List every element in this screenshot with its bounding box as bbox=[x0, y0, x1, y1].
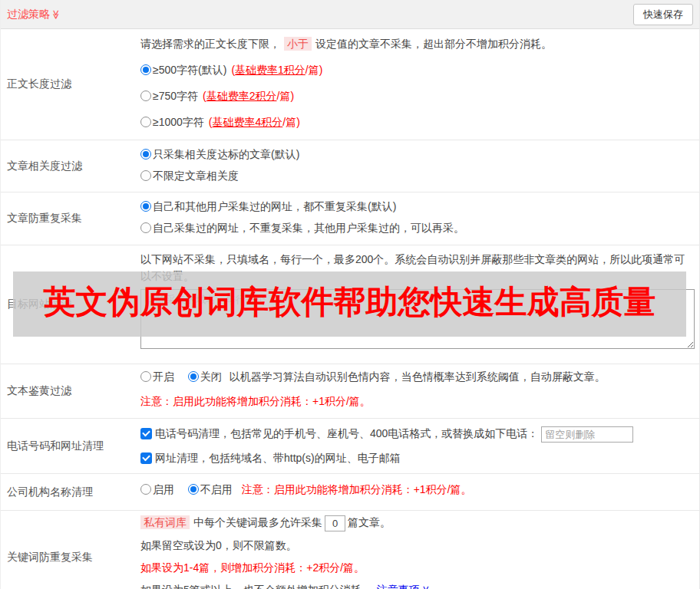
row-porn-filter: 文本鉴黄过滤 开启 关闭 以机器学习算法自动识别色情内容，当色情概率达到系统阈值… bbox=[1, 364, 699, 419]
keyword-dedup-note-five: 如果设为5篇或以上，也不会额外增加积分消耗。 bbox=[140, 584, 372, 589]
row-dedup-collection: 文章防重复采集 自己和其他用户采集过的网址，都不重复采集(默认) 自己采集过的网… bbox=[1, 192, 699, 245]
row-company-clean: 公司机构名称清理 启用 不启用 注意：启用此功能将增加积分消耗：+1积分/篇。 bbox=[1, 474, 699, 511]
radio-option-1000-chars[interactable]: ≥1000字符(基础费率4积分/篇) bbox=[140, 114, 693, 130]
radio-option-company-clean-off[interactable]: 不启用 bbox=[188, 483, 233, 495]
radio-checked-icon bbox=[140, 201, 151, 212]
filter-strategy-page: 过滤策略≫ 快速保存 正文长度过滤 请选择需求的正文长度下限，小于设定值的文章不… bbox=[0, 0, 700, 589]
ad-banner-overlay[interactable]: 英文伪原创词库软件帮助您快速生成高质量 bbox=[13, 271, 686, 337]
row-target-site-filter: 目标网站过滤 以下网站不采集，只填域名，每行一个，最多200个。系统会自动识别并… bbox=[1, 245, 699, 364]
row-label-relevance-filter: 文章相关度过滤 bbox=[7, 140, 140, 192]
content-length-description: 请选择需求的正文长度下限，小于设定值的文章不采集，超出部分不增加积分消耗。 bbox=[140, 35, 693, 52]
keyword-dedup-note-fee: 如果设为1-4篇，则增加积分消耗：+2积分/篇。 bbox=[140, 559, 693, 576]
checkbox-url-clean[interactable]: 网址清理，包括纯域名、带http(s)的网址、电子邮箱 bbox=[140, 452, 401, 464]
checkbox-checked-icon bbox=[140, 428, 152, 439]
fee-note: (基础费率4积分/篇) bbox=[209, 116, 300, 128]
radio-option-relevance-only[interactable]: 只采集相关度达标的文章(默认) bbox=[140, 146, 693, 163]
checkbox-phone-clean[interactable]: 电话号码清理，包括常见的手机号、座机号、400电话格式，或替换成如下电话： bbox=[140, 427, 538, 439]
radio-option-500-chars[interactable]: ≥500字符(默认)(基础费率1积分/篇) bbox=[140, 61, 693, 78]
radio-unchecked-icon bbox=[140, 371, 151, 382]
row-label-content-length-filter: 正文长度过滤 bbox=[7, 29, 140, 140]
radio-checked-icon bbox=[188, 371, 199, 382]
header-bar: 过滤策略≫ 快速保存 bbox=[1, 0, 699, 29]
row-phone-url-clean: 电话号码和网址清理 电话号码清理，包括常见的手机号、座机号、400电话格式，或替… bbox=[1, 419, 699, 474]
radio-checked-icon bbox=[188, 484, 199, 495]
chevron-down-icon: ≫ bbox=[418, 586, 434, 589]
row-keyword-dedup: 关键词防重复采集 私有词库中每个关键词最多允许采集篇文章。 如果留空或设为0，则… bbox=[1, 511, 699, 589]
highlight-less-than: 小于 bbox=[284, 37, 312, 51]
radio-unchecked-icon bbox=[140, 484, 151, 495]
radio-unchecked-icon bbox=[140, 117, 151, 127]
row-relevance-filter: 文章相关度过滤 只采集相关度达标的文章(默认) 不限定文章相关度 bbox=[1, 140, 699, 192]
chevron-down-icon: ≫ bbox=[51, 9, 61, 19]
radio-option-relevance-any[interactable]: 不限定文章相关度 bbox=[140, 167, 693, 184]
radio-option-porn-filter-on[interactable]: 开启 bbox=[140, 370, 174, 383]
company-clean-note: 注意：启用此功能将增加积分消耗：+1积分/篇。 bbox=[242, 483, 472, 495]
max-articles-input[interactable] bbox=[325, 515, 345, 531]
row-label-company-clean: 公司机构名称清理 bbox=[7, 474, 140, 510]
row-label-keyword-dedup: 关键词防重复采集 bbox=[7, 511, 140, 589]
row-label-dedup-collection: 文章防重复采集 bbox=[7, 192, 140, 245]
keyword-dedup-note-empty: 如果留空或设为0，则不限篇数。 bbox=[140, 537, 693, 554]
radio-option-porn-filter-off[interactable]: 关闭 bbox=[188, 370, 222, 383]
fee-note: (基础费率1积分/篇) bbox=[231, 64, 322, 76]
radio-option-company-clean-on[interactable]: 启用 bbox=[140, 483, 174, 495]
radio-checked-icon bbox=[140, 64, 151, 75]
page-title[interactable]: 过滤策略≫ bbox=[7, 8, 61, 21]
fee-note: (基础费率2积分/篇) bbox=[203, 90, 294, 102]
radio-checked-icon bbox=[140, 149, 151, 160]
radio-unchecked-icon bbox=[140, 90, 151, 101]
quick-save-button[interactable]: 快速保存 bbox=[633, 4, 693, 25]
row-label-porn-filter: 文本鉴黄过滤 bbox=[7, 364, 140, 418]
radio-option-750-chars[interactable]: ≥750字符(基础费率2积分/篇) bbox=[140, 87, 693, 104]
checkbox-checked-icon bbox=[140, 452, 152, 464]
radio-unchecked-icon bbox=[140, 222, 151, 233]
page-title-text: 过滤策略 bbox=[7, 8, 50, 20]
radio-option-dedup-self-only[interactable]: 自己采集过的网址，不重复采集，其他用户采集过的，可以再采。 bbox=[140, 219, 693, 236]
radio-option-dedup-all-users[interactable]: 自己和其他用户采集过的网址，都不重复采集(默认) bbox=[140, 198, 693, 215]
porn-filter-note: 注意：启用此功能将增加积分消耗：+1积分/篇。 bbox=[140, 393, 693, 410]
notes-link[interactable]: 注意事项≫ bbox=[377, 584, 431, 589]
highlight-private-thesaurus: 私有词库 bbox=[140, 515, 190, 529]
radio-unchecked-icon bbox=[140, 170, 151, 181]
row-label-phone-url-clean: 电话号码和网址清理 bbox=[7, 419, 140, 473]
replacement-phone-input[interactable] bbox=[541, 426, 633, 443]
porn-filter-description: 以机器学习算法自动识别色情内容，当色情概率达到系统阈值，自动屏蔽文章。 bbox=[229, 370, 606, 383]
row-content-length-filter: 正文长度过滤 请选择需求的正文长度下限，小于设定值的文章不采集，超出部分不增加积… bbox=[1, 29, 699, 140]
